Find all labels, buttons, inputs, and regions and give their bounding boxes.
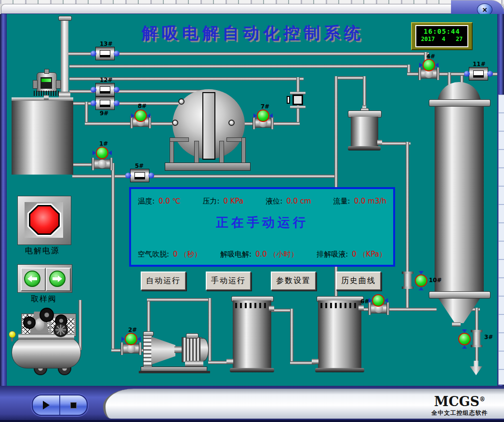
mcgs-hmi-window: × 解吸电解自动化控制系统 16:05:44 2017 4 27 — [0, 0, 504, 422]
valve-indicator-6[interactable] — [372, 294, 385, 307]
manual-run-button[interactable]: 手动运行 — [206, 272, 251, 290]
stop-button[interactable] — [60, 395, 87, 415]
brand-slogan: 全中文工控组态软件 — [427, 409, 492, 417]
mixing-tank-rim — [12, 97, 73, 101]
valve-flange — [471, 345, 482, 347]
panel-counters-row: 空气吹脱:0 （秒） 解吸电解:0.0 （小时） 排解吸液:0 （KPa） — [131, 250, 393, 259]
pulley-icon — [23, 316, 36, 329]
compressor-tank — [12, 337, 81, 368]
valve-label-12: 12# — [100, 77, 113, 83]
vertical-valve-3[interactable] — [471, 330, 482, 347]
tank2-base — [315, 368, 364, 372]
power-button-label: 电解电源 — [25, 246, 60, 256]
valve-label-7: 7# — [261, 103, 269, 110]
electrolysis-power-button[interactable] — [30, 206, 58, 233]
arrow-right-icon — [53, 275, 62, 282]
reading-level: 液位:0.0 cm — [265, 197, 311, 206]
bottom-edge — [0, 420, 504, 422]
valve-indicator-1[interactable] — [96, 147, 108, 159]
valve-glyph — [100, 100, 110, 107]
digital-clock: 16:05:44 2017 4 27 — [411, 22, 473, 50]
clock-display: 16:05:44 2017 4 27 — [415, 25, 468, 47]
valve-indicator-2[interactable] — [125, 333, 137, 345]
sample-valve-label: 取样阀 — [31, 294, 57, 304]
parameter-settings-button[interactable]: 参数设置 — [271, 272, 316, 290]
vent-stack — [61, 17, 68, 99]
sample-valve-right-button[interactable] — [46, 268, 71, 291]
pipe — [208, 298, 212, 363]
ball-valve-2[interactable] — [121, 344, 141, 354]
reactor-port — [228, 120, 235, 126]
solenoid-valve-11[interactable] — [469, 67, 488, 81]
panel-readings-row: 温度:0.0 ℃ 压力:0 KPa 液位:0.0 cm 流量:0.0 m3/h — [131, 197, 393, 206]
tank1-nozzle — [269, 306, 274, 311]
pipe — [147, 298, 212, 301]
green-lamp-icon — [49, 271, 66, 287]
valve-glyph — [134, 172, 145, 179]
valve-indicator-8[interactable] — [134, 109, 147, 122]
valve-glyph — [100, 50, 110, 57]
solenoid-valve-13[interactable] — [95, 47, 115, 60]
run-status-text: 正在手动运行 — [131, 214, 393, 231]
valve-label-6: 6# — [360, 298, 369, 305]
runtime-toolbar: MCGS® 全中文工控组态软件 — [0, 386, 504, 422]
registered-mark: ® — [479, 396, 485, 403]
sample-valve-left-button[interactable] — [21, 268, 46, 291]
valve-label-1: 1# — [99, 140, 108, 147]
right-scrollbar[interactable] — [498, 95, 504, 385]
valve-label-11: 11# — [473, 61, 486, 68]
brand-block: MCGS® 全中文工控组态软件 — [427, 393, 492, 417]
filter-nozzle — [377, 140, 382, 145]
filter-base — [348, 146, 381, 150]
reading-pressure: 压力:0 KPa — [202, 197, 243, 206]
valve-label-4: 4# — [426, 53, 435, 60]
brand-logo: MCGS® — [427, 393, 492, 408]
storage-tank2 — [318, 300, 361, 369]
pipe — [111, 163, 115, 352]
pipe — [334, 76, 366, 80]
stand-base — [165, 163, 251, 171]
yellow-knob — [9, 331, 16, 338]
history-curve-button[interactable]: 历史曲线 — [336, 272, 381, 290]
valve-indicator-10[interactable] — [415, 274, 427, 287]
inline-valve-sensor — [287, 96, 290, 104]
valve-ball — [98, 160, 106, 168]
reactor-port — [172, 120, 178, 126]
valve-ball — [127, 344, 135, 353]
tank2-nozzle — [312, 359, 318, 364]
motor-junction-box — [186, 333, 199, 339]
clipped-toolbar — [0, 0, 504, 4]
valve-indicator-3[interactable] — [458, 333, 471, 345]
valve-indicator-4[interactable] — [423, 59, 435, 71]
valve-indicator-7[interactable] — [257, 109, 269, 122]
page-title: 解吸电解自动化控制系统 — [116, 22, 390, 44]
stand-leg — [194, 141, 199, 164]
window-frame-left — [0, 14, 7, 422]
stop-icon — [70, 402, 77, 408]
reading-temperature: 温度:0.0 ℃ — [138, 197, 181, 206]
power-button-frame — [17, 196, 71, 245]
process-data-panel: 温度:0.0 ℃ 压力:0 KPa 液位:0.0 cm 流量:0.0 m3/h … — [129, 187, 395, 267]
column-flange-bottom — [429, 291, 491, 299]
storage-tank1 — [233, 300, 271, 369]
valve-label-10: 10# — [429, 277, 442, 284]
run-button[interactable] — [33, 395, 60, 415]
inline-valve[interactable] — [292, 95, 303, 105]
reactor-column — [202, 92, 215, 160]
fan-icon — [53, 322, 68, 338]
auto-run-button[interactable]: 自动运行 — [141, 272, 186, 290]
run-control-group — [32, 395, 88, 416]
solenoid-valve-5[interactable] — [130, 169, 149, 182]
green-lamp-icon — [24, 271, 40, 287]
valve-glyph — [100, 86, 110, 94]
pipe — [147, 299, 150, 334]
stand-bracket — [170, 137, 189, 142]
vertical-valve-10[interactable] — [402, 272, 413, 289]
arrow-left-icon — [27, 275, 37, 282]
valve-label-5: 5# — [135, 163, 144, 169]
valve-label-2: 2# — [128, 327, 137, 333]
solenoid-valve-12[interactable] — [95, 83, 115, 96]
solenoid-valve-9[interactable] — [95, 96, 115, 110]
ball-valve-1[interactable] — [93, 159, 112, 169]
valve-flange — [402, 286, 413, 289]
